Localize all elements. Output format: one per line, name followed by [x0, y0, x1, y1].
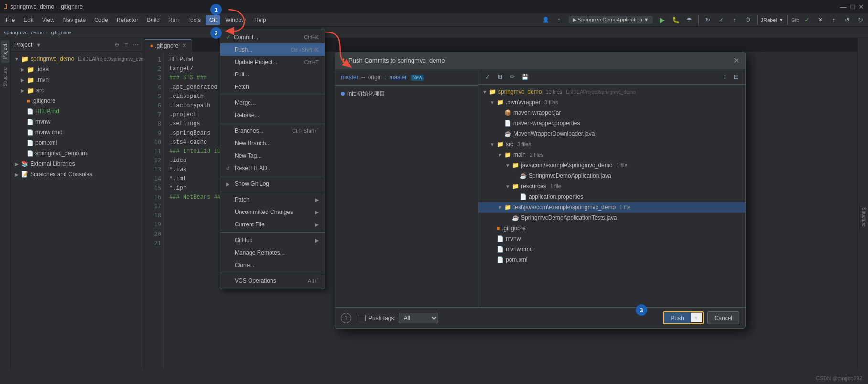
tree-idea[interactable]: ▶ 📁 .idea	[11, 64, 144, 75]
save-btn[interactable]: 💾	[520, 72, 530, 82]
menu-git-github[interactable]: GitHub ▶	[220, 234, 325, 246]
push-dropdown-arrow[interactable]: ▼	[691, 312, 703, 323]
menu-git-manage-remotes[interactable]: Manage Remotes...	[220, 246, 325, 259]
collapse-all-btn[interactable]: ⊞	[495, 72, 505, 82]
maximize-btn[interactable]: □	[851, 3, 855, 11]
menu-git-uncommitted[interactable]: Uncommitted Changes ▶	[220, 206, 325, 218]
run-btn[interactable]: ▶	[657, 14, 668, 26]
ft-javapkg[interactable]: ▼ 📁 java\com\example\springmvc_demo 1 fi…	[478, 160, 745, 171]
git-up-btn[interactable]: ↑	[828, 14, 839, 26]
commit-btn[interactable]: ✓	[716, 14, 727, 26]
tree-mvnw[interactable]: 📄 mvnw	[11, 117, 144, 127]
ft-mvnwrapper[interactable]: ▼ 📁 .mvn\wrapper 3 files	[478, 97, 745, 107]
panel-collapse-btn[interactable]: ≡	[122, 41, 130, 49]
ft-src[interactable]: ▼ 📁 src 3 files	[478, 139, 745, 149]
menu-git-clone[interactable]: Clone...	[220, 259, 325, 271]
menu-git-current-file[interactable]: Current File ▶	[220, 218, 325, 231]
cancel-btn[interactable]: Cancel	[707, 311, 739, 324]
ft-appprops[interactable]: 📄 application.properties	[478, 192, 745, 202]
menu-git[interactable]: Git	[206, 15, 220, 25]
title-bar-controls[interactable]: — □ ✕	[840, 3, 864, 11]
breadcrumb-file[interactable]: .gitignore	[49, 30, 71, 35]
push-tags-select[interactable]: All None Matching	[399, 313, 438, 323]
ft-mvndownloader[interactable]: ☕ MavenWrapperDownloader.java	[478, 128, 745, 139]
menu-git-fetch[interactable]: Fetch	[220, 81, 325, 93]
remote-branch[interactable]: master	[389, 74, 407, 81]
menu-git-new-branch[interactable]: New Branch...	[220, 137, 325, 149]
tree-gitignore[interactable]: ■ .gitignore	[11, 96, 144, 106]
push-quick-btn[interactable]: ↑	[729, 14, 740, 26]
diff-btn[interactable]: ✏	[507, 72, 518, 82]
menu-git-patch[interactable]: Patch ▶	[220, 193, 325, 206]
debug-btn[interactable]: 🐛	[670, 14, 682, 26]
menu-tools[interactable]: Tools	[184, 15, 205, 25]
menu-build[interactable]: Build	[143, 15, 163, 25]
ft-mvnwcmd2[interactable]: 📄 mvnw.cmd	[478, 244, 745, 255]
dialog-close-btn[interactable]: ✕	[733, 56, 739, 65]
ft-mvnw2[interactable]: 📄 mvnw	[478, 234, 745, 244]
push-tags-checkbox[interactable]	[359, 315, 366, 321]
menu-file[interactable]: File	[2, 15, 19, 25]
group-btn[interactable]: ⊟	[731, 72, 741, 82]
menu-refactor[interactable]: Refactor	[113, 15, 142, 25]
tree-mvn[interactable]: ▶ 📁 .mvn	[11, 75, 144, 85]
menu-git-new-tag[interactable]: New Tag...	[220, 149, 325, 162]
editor-tab-gitignore[interactable]: ■ .gitignore ✕	[144, 39, 192, 52]
undo-btn[interactable]: ↺	[841, 14, 853, 26]
menu-view[interactable]: View	[38, 15, 58, 25]
ft-pomxml2[interactable]: 📄 pom.xml	[478, 255, 745, 265]
commit-item-1[interactable]: init:初始化项目	[335, 88, 478, 99]
ft-main[interactable]: ▼ 📁 main 2 files	[478, 149, 745, 160]
help-btn[interactable]: ?	[341, 313, 351, 323]
ft-mvnjar[interactable]: 📦 maven-wrapper.jar	[478, 107, 745, 118]
tree-extlibs[interactable]: ▶ 📚 External Libraries	[11, 159, 144, 169]
minimize-btn[interactable]: —	[840, 3, 847, 11]
git-avatar-btn[interactable]: 👤	[540, 14, 552, 26]
menu-git-merge[interactable]: Merge...	[220, 96, 325, 109]
menu-help[interactable]: Help	[250, 15, 270, 25]
structure-side-tab[interactable]: Structure	[1, 64, 9, 91]
tree-mvnwcmd[interactable]: 📄 mvnw.cmd	[11, 127, 144, 138]
git-x-btn[interactable]: ✕	[814, 14, 826, 26]
tree-scratches[interactable]: ▶ 📝 Scratches and Consoles	[11, 169, 144, 180]
push-btn[interactable]: Push	[664, 312, 690, 323]
ft-springapp[interactable]: ☕ SpringmvcDemoApplication.java	[478, 171, 745, 181]
tree-iml[interactable]: 📄 springmvc_demo.iml	[11, 148, 144, 159]
structure-tab[interactable]: Structure	[859, 203, 868, 231]
history-btn[interactable]: ⏱	[742, 14, 754, 26]
ft-mvnprops[interactable]: 📄 maven-wrapper.properties	[478, 118, 745, 128]
menu-git-commit[interactable]: ✓ Commit... Ctrl+K	[220, 31, 325, 43]
panel-settings-btn[interactable]: ⚙	[112, 41, 121, 49]
update-btn[interactable]: ↻	[702, 14, 714, 26]
ft-gitignore[interactable]: ■ .gitignore	[478, 223, 745, 234]
menu-git-rebase[interactable]: Rebase...	[220, 109, 325, 121]
tree-root[interactable]: ▼ 📁 springmvc_demo E:\IDEAProject\spring…	[11, 53, 144, 64]
menu-git-reset-head[interactable]: ↺ Reset HEAD...	[220, 162, 325, 174]
ft-resources[interactable]: ▼ 📁 resources 1 file	[478, 181, 745, 192]
coverage-btn[interactable]: ☂	[684, 14, 695, 26]
run-config-selector[interactable]: ▶ SpringmvcDemoApplication ▼	[569, 16, 653, 24]
menu-edit[interactable]: Edit	[20, 15, 37, 25]
git-check-btn[interactable]: ✓	[801, 14, 813, 26]
close-btn[interactable]: ✕	[858, 3, 864, 11]
menu-git-push[interactable]: Push... Ctrl+Shift+K	[220, 43, 325, 56]
tab-close-icon[interactable]: ✕	[182, 43, 186, 49]
menu-run[interactable]: Run	[164, 15, 183, 25]
vcs-update-btn[interactable]: ↑	[553, 14, 565, 26]
ft-root[interactable]: ▼ 📁 springmvc_demo 10 files E:\IDEAProje…	[478, 86, 745, 97]
menu-code[interactable]: Code	[90, 15, 112, 25]
expand-all-btn[interactable]: ⤢	[482, 72, 493, 82]
ft-testpkg[interactable]: ▼ 📁 test\java\com\example\springmvc_demo…	[478, 202, 745, 213]
tree-helpmd[interactable]: 📄 HELP.md	[11, 106, 144, 117]
project-side-tab[interactable]: Project	[1, 40, 9, 63]
sort-btn[interactable]: ↕	[719, 72, 730, 82]
menu-git-log[interactable]: ▶ Show Git Log	[220, 178, 325, 190]
menu-navigate[interactable]: Navigate	[59, 15, 89, 25]
tree-pomxml[interactable]: 📄 pom.xml	[11, 138, 144, 148]
menu-window[interactable]: Window	[221, 15, 250, 25]
ft-springtest[interactable]: ☕ SpringmvcDemoApplicationTests.java	[478, 213, 745, 223]
breadcrumb-project[interactable]: springmvc_demo	[4, 30, 44, 35]
panel-more-btn[interactable]: ⋯	[131, 41, 140, 49]
tree-src[interactable]: ▶ 📁 src	[11, 85, 144, 96]
menu-git-branches[interactable]: Branches... Ctrl+Shift+`	[220, 125, 325, 137]
